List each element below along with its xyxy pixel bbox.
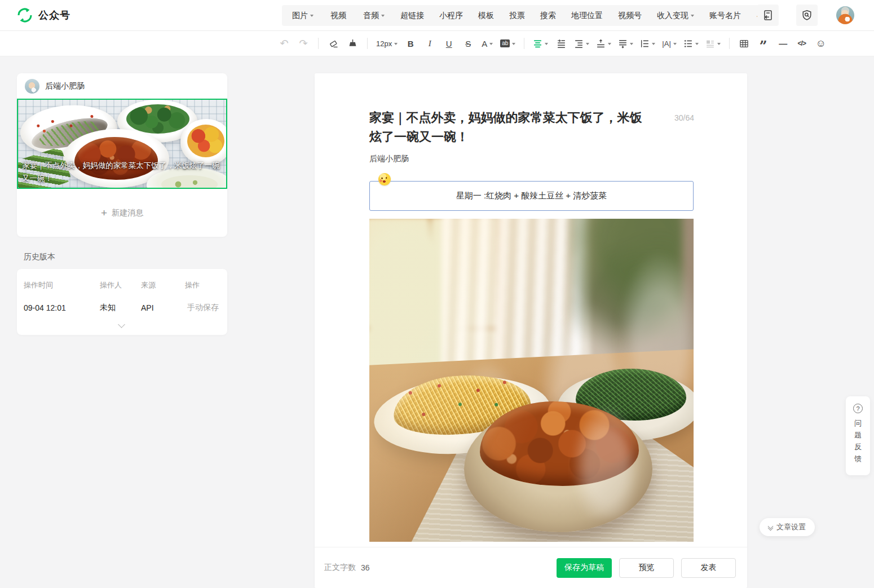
table-icon (739, 39, 749, 48)
history-action-link[interactable]: 手动保存 (185, 303, 219, 313)
feature-menu-item[interactable]: 账号名片 (709, 11, 741, 21)
italic-button[interactable]: I (422, 35, 438, 52)
insert-menu-item[interactable]: 图片 (292, 11, 314, 21)
bullet-list-button[interactable] (682, 35, 700, 52)
chevron-down-icon (394, 43, 398, 47)
history-card: 操作时间操作人来源操作 09-04 12:01 未知 API 手动保存 (17, 269, 227, 335)
feature-menu-item[interactable]: 地理位置 (571, 11, 603, 21)
history-source: API (141, 303, 185, 312)
title-char-counter: 30/64 (674, 113, 694, 122)
blockquote-button[interactable]: ” (756, 35, 771, 52)
history-header-row: 操作时间操作人来源操作 (24, 280, 219, 290)
highlight-button[interactable]: ab (498, 35, 517, 52)
feature-menu-item[interactable]: 模板 (478, 11, 494, 21)
align-center-icon (533, 39, 542, 48)
chevron-down-icon (691, 15, 694, 19)
question-mark-icon: ? (853, 404, 863, 413)
line-height-icon (618, 39, 628, 48)
message-card: 后端小肥肠 家宴｜不点外卖，妈妈做的家常菜太下饭了，米饭炫了一碗又一碗！ + 新… (17, 73, 227, 237)
export-doc-button[interactable] (757, 5, 779, 26)
publish-button[interactable]: 发表 (681, 558, 736, 578)
wechat-official-logo-icon (17, 7, 33, 23)
clear-format-button[interactable] (325, 35, 341, 52)
history-header-cell: 操作 (185, 280, 219, 290)
insert-menu-item[interactable]: 音频 (363, 11, 385, 21)
article-thumbnail-selected[interactable]: 家宴｜不点外卖，妈妈做的家常菜太下饭了，米饭炫了一碗又一碗！ (17, 99, 227, 189)
double-chevron-down-icon (769, 524, 773, 530)
insert-menu-item[interactable]: 视频 (330, 11, 346, 21)
thumbnail-title: 家宴｜不点外卖，妈妈做的家常菜太下饭了，米饭炫了一碗又一碗！ (22, 160, 222, 185)
chevron-down-icon (652, 43, 655, 47)
underline-button[interactable]: U (441, 35, 457, 52)
divider (318, 38, 319, 49)
feature-menu-item[interactable]: 小程序 (439, 11, 463, 21)
format-painter-button[interactable] (345, 35, 360, 52)
indent-first-line-button[interactable] (553, 35, 569, 52)
chevron-down-icon (717, 43, 721, 47)
image-float-button[interactable] (704, 35, 722, 52)
horizontal-rule-button[interactable]: — (775, 35, 791, 52)
bold-button[interactable]: B (403, 35, 418, 52)
new-message-button[interactable]: + 新建消息 (17, 189, 227, 237)
chevron-down-icon (381, 15, 385, 19)
user-avatar[interactable] (836, 6, 854, 24)
paragraph-indent-icon (640, 39, 650, 48)
divider (367, 38, 368, 49)
eraser-icon (329, 39, 338, 48)
brush-icon (348, 39, 357, 48)
account-row[interactable]: 后端小肥肠 (17, 73, 227, 99)
logo-link[interactable]: 公众号 (17, 7, 70, 23)
feature-menu-item[interactable]: 视频号 (618, 11, 642, 21)
emoji-button[interactable]: ☺ (813, 35, 829, 52)
feedback-label: 问题反馈 (854, 417, 862, 465)
chevron-down-icon (310, 15, 314, 19)
feature-menu-item[interactable]: 收入变现 (657, 11, 694, 21)
strikethrough-button[interactable]: S (460, 35, 476, 52)
indent-button[interactable] (572, 35, 591, 52)
chevron-down-icon (586, 43, 589, 47)
paragraph-indent-button[interactable] (638, 35, 657, 52)
feature-menu-group: 超链接 小程序 模板 投票 搜索 (389, 5, 775, 26)
preview-button[interactable]: 预览 (619, 558, 674, 578)
insert-menu-group: 图片 视频 音频 (282, 5, 395, 26)
article-settings-button[interactable]: 文章设置 (760, 518, 815, 536)
history-row: 09-04 12:01 未知 API 手动保存 (24, 303, 219, 313)
chevron-down-icon (695, 43, 699, 47)
author-input[interactable]: 后端小肥肠 (369, 154, 694, 164)
redo-button[interactable]: ↷ (295, 35, 311, 52)
plus-icon: + (101, 207, 107, 219)
undo-button[interactable]: ↶ (276, 35, 292, 52)
feature-menu-item[interactable]: 投票 (509, 11, 525, 21)
chevron-down-icon (673, 43, 677, 47)
title-input[interactable]: 家宴｜不点外卖，妈妈做的家常菜太下饭了，米饭炫了一碗又一碗！ (369, 108, 694, 147)
history-header-cell: 操作时间 (24, 280, 100, 290)
insert-table-button[interactable] (736, 35, 752, 52)
word-count-label: 正文字数 (324, 563, 356, 573)
history-header-cell: 来源 (141, 280, 185, 290)
chevron-down-icon (608, 43, 611, 47)
feature-menu-item[interactable]: 搜索 (540, 11, 556, 21)
article-image[interactable] (369, 219, 694, 542)
font-color-button[interactable]: A (479, 35, 495, 52)
menu-line-block[interactable]: 星期一 :红烧肉 + 酸辣土豆丝 + 清炒菠菜 (369, 181, 694, 211)
spacing-before-button[interactable] (594, 35, 613, 52)
editor-body: 家宴｜不点外卖，妈妈做的家常菜太下饭了，米饭炫了一碗又一碗！ 30/64 后端小… (315, 73, 747, 547)
font-size-select[interactable]: 12px (374, 35, 399, 52)
code-button[interactable]: </> (794, 35, 810, 52)
chevron-down-icon (489, 43, 493, 47)
security-check-button[interactable] (796, 5, 818, 26)
history-header-cell: 操作人 (100, 280, 141, 290)
history-expand-button[interactable] (24, 324, 219, 327)
feedback-button[interactable]: ? 问题反馈 (846, 396, 870, 475)
feature-menu-item[interactable]: 超链接 (400, 11, 424, 21)
divider (729, 38, 730, 49)
chevron-down-icon (118, 321, 125, 328)
wechat-official-account-editor: 公众号 图片 视频 音频 (0, 0, 874, 588)
align-center-button[interactable] (531, 35, 550, 52)
line-height-button[interactable] (616, 35, 635, 52)
top-header: 公众号 图片 视频 音频 (0, 0, 874, 31)
save-draft-button[interactable]: 保存为草稿 (557, 558, 612, 578)
letter-spacing-button[interactable]: |A| (660, 35, 678, 52)
kiss-emoji-icon[interactable] (378, 173, 391, 185)
word-count-value: 36 (361, 563, 370, 572)
